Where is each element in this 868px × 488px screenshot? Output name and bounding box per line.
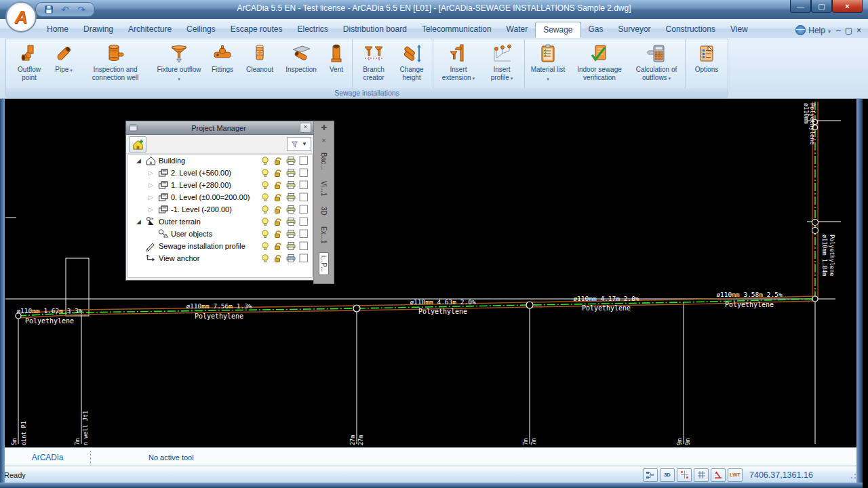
tree-row-view-anchor[interactable]: View anchor (128, 252, 312, 264)
selection-checkbox[interactable] (299, 168, 309, 178)
insert-profile-button[interactable]: Insert profile (481, 42, 522, 83)
visibility-bulb-icon[interactable] (260, 192, 270, 202)
mdi-close-button[interactable]: × (856, 26, 861, 35)
lock-icon[interactable] (273, 217, 283, 226)
tab-home[interactable]: Home (39, 22, 76, 38)
layers-tree-toggle[interactable] (643, 468, 658, 482)
tree-row-level-minus-1[interactable]: -1. Level (-200.00) (128, 203, 312, 216)
printer-icon[interactable] (286, 168, 296, 178)
tab-surveyor[interactable]: Surveyor (611, 22, 658, 38)
visibility-bulb-icon[interactable] (260, 205, 270, 214)
selection-checkbox[interactable] (299, 229, 309, 239)
tab-telecommunication[interactable]: Telecommunication (414, 22, 499, 38)
branch-creator-button[interactable]: Branch creator (355, 42, 393, 83)
printer-icon[interactable] (286, 192, 296, 202)
close-button[interactable]: × (832, 0, 863, 13)
expander-icon[interactable] (149, 169, 157, 176)
dock-tab-project[interactable]: i...P... (319, 252, 329, 275)
3d-toggle[interactable]: 3D (660, 468, 675, 482)
snap-points-toggle[interactable] (677, 468, 692, 482)
tab-constructions[interactable]: Constructions (658, 22, 723, 38)
tab-architecture[interactable]: Architecture (121, 22, 179, 38)
visibility-bulb-icon[interactable] (260, 180, 270, 190)
inspection-and-connection-well-button[interactable]: Inspection and connection well (77, 42, 153, 83)
drawing-canvas[interactable]: ø110mm 1.62m 3.3% Polyethylene ø110mm 7.… (5, 99, 856, 447)
tree-row-building[interactable]: Building (128, 155, 312, 167)
lock-icon[interactable] (273, 180, 283, 190)
outflow-point-button[interactable]: Outflow point (8, 42, 50, 83)
selection-checkbox[interactable] (299, 205, 309, 214)
selection-checkbox[interactable] (299, 241, 309, 251)
tab-gas[interactable]: Gas (581, 22, 611, 38)
dock-tab-3d[interactable]: 3D (319, 204, 328, 218)
visibility-bulb-icon[interactable] (260, 229, 270, 239)
expander-icon[interactable] (149, 206, 157, 213)
printer-icon[interactable] (286, 156, 296, 165)
tab-water[interactable]: Water (499, 22, 536, 38)
printer-icon[interactable] (286, 205, 296, 214)
tab-escape-routes[interactable]: Escape routes (223, 22, 290, 38)
palette-close-button[interactable]: × (300, 123, 311, 133)
tree-row-user-objects[interactable]: User objects (128, 228, 312, 240)
inspection-button[interactable]: Inspection (279, 42, 323, 83)
help-menu[interactable]: Help (795, 25, 831, 35)
mdi-restore-button[interactable]: ▢ (845, 26, 852, 35)
tree-row-level-0[interactable]: 0. Level (±0.00=200.00) (128, 191, 312, 203)
printer-icon[interactable] (286, 180, 296, 190)
visibility-bulb-icon[interactable] (260, 241, 270, 251)
calculation-of-outflows-button[interactable]: Calculation of outflows (630, 42, 683, 83)
tab-distribution-board[interactable]: Distribution board (336, 22, 414, 38)
indoor-sewage-verification-button[interactable]: Indoor sewage verification (569, 42, 630, 83)
filter-dropdown[interactable]: ▼ (287, 137, 311, 151)
tree-row-level-1[interactable]: 1. Level (+280.00) (128, 179, 312, 191)
lock-icon[interactable] (273, 192, 283, 202)
ucs-toggle[interactable] (711, 468, 726, 482)
printer-icon[interactable] (286, 241, 296, 251)
printer-icon[interactable] (286, 253, 296, 263)
palette-title-bar[interactable]: Project Manager × (126, 121, 314, 135)
pipe-button[interactable]: Pipe (50, 42, 77, 83)
visibility-bulb-icon[interactable] (260, 156, 270, 165)
lineweight-toggle[interactable]: LWT (728, 468, 743, 482)
lock-icon[interactable] (273, 205, 283, 214)
tab-sewage[interactable]: Sewage (535, 22, 580, 38)
selection-checkbox[interactable] (299, 156, 309, 165)
lock-icon[interactable] (273, 168, 283, 178)
lock-icon[interactable] (273, 156, 283, 165)
visibility-bulb-icon[interactable] (260, 253, 270, 263)
lock-icon[interactable] (273, 253, 283, 263)
fittings-button[interactable]: Fittings (205, 42, 240, 83)
tab-ceilings[interactable]: Ceilings (179, 22, 223, 38)
vent-button[interactable]: Vent (323, 42, 350, 83)
add-building-button[interactable] (129, 136, 146, 152)
selection-checkbox[interactable] (299, 253, 309, 263)
minimize-button[interactable]: — (790, 0, 811, 13)
tree-row-sewage-profile[interactable]: Sewage installation profile (128, 240, 312, 252)
printer-icon[interactable] (286, 229, 296, 239)
change-height-button[interactable]: Change height (393, 42, 431, 83)
printer-icon[interactable] (286, 217, 296, 226)
mdi-minimize-button[interactable]: – (836, 26, 841, 35)
cleanout-button[interactable]: Cleanout (240, 42, 279, 83)
tree-row-outer-terrain[interactable]: Outer terrain (128, 216, 312, 228)
visibility-bulb-icon[interactable] (260, 217, 270, 226)
insert-extension-button[interactable]: Insert extension (435, 42, 481, 83)
tab-view[interactable]: View (723, 22, 755, 38)
tab-drawing[interactable]: Drawing (76, 22, 121, 38)
tree-row-level-2[interactable]: 2. Level (+560.00) (128, 167, 312, 179)
pin-icon[interactable]: ✚ (321, 124, 327, 131)
dock-close-icon[interactable]: × (321, 137, 326, 144)
lock-icon[interactable] (273, 241, 283, 251)
dock-tab-background[interactable]: Bac... (319, 150, 328, 173)
arcadia-logo-button[interactable]: A (5, 1, 37, 33)
selection-checkbox[interactable] (299, 192, 309, 202)
lock-icon[interactable] (273, 229, 283, 239)
expander-icon[interactable] (149, 182, 157, 188)
visibility-bulb-icon[interactable] (260, 168, 270, 178)
fixture-outflow-button[interactable]: Fixture outflow (153, 42, 205, 83)
dock-tab-ex1[interactable]: Ex...1 (319, 224, 328, 247)
options-button[interactable]: Options (688, 42, 726, 83)
expander-icon[interactable] (136, 218, 145, 225)
selection-checkbox[interactable] (299, 217, 309, 226)
layout-tab-arcadia[interactable]: ArCADia (5, 453, 90, 462)
